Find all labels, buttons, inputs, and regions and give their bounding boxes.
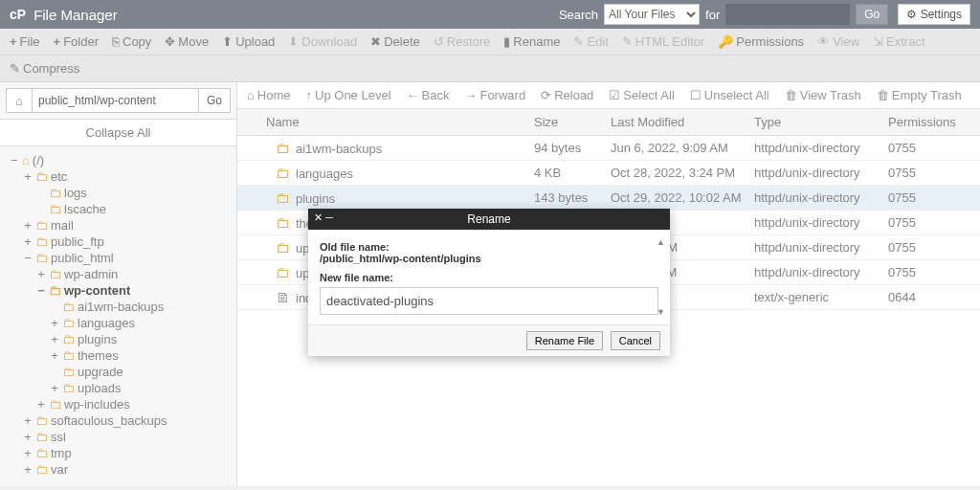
collapse-all-button[interactable]: Collapse All xyxy=(0,120,236,146)
permissions-button[interactable]: 🔑Permissions xyxy=(718,34,804,49)
tree-node[interactable]: +🗀wp-admin xyxy=(4,266,233,282)
home-icon: ⌂ xyxy=(247,88,255,102)
folder-icon: 🗀 xyxy=(62,300,75,314)
rename-file-button[interactable]: Rename File xyxy=(526,331,603,350)
folder-icon: 🗀 xyxy=(49,397,61,412)
home-button[interactable]: ⌂Home xyxy=(247,88,291,102)
folder-icon: 🗀 xyxy=(62,381,75,395)
forward-button[interactable]: →Forward xyxy=(464,88,525,102)
folder-icon: 🗀 xyxy=(276,239,290,256)
table-row[interactable]: 🗀ai1wm-backups94 bytesJun 6, 2022, 9:09 … xyxy=(237,136,980,161)
app-title: File Manager xyxy=(33,7,118,23)
folder-icon: 🗀 xyxy=(49,186,61,200)
download-button[interactable]: ⬇Download xyxy=(288,34,357,49)
view-trash-button[interactable]: 🗑View Trash xyxy=(785,88,861,102)
unselect-all-button[interactable]: ☐Unselect All xyxy=(690,88,769,102)
upload-button[interactable]: ⬆Upload xyxy=(222,34,275,49)
scrollbar[interactable]: ▲▼ xyxy=(657,237,668,317)
tree-node[interactable]: −🗀wp-content xyxy=(4,282,233,299)
reload-button[interactable]: ⟳Reload xyxy=(541,88,593,102)
restore-button[interactable]: ↺Restore xyxy=(434,34,491,49)
folder-icon: 🗀 xyxy=(35,430,48,444)
tree-node[interactable]: +🗀ssl xyxy=(4,429,233,445)
tree-node[interactable]: +🗀languages xyxy=(4,315,233,331)
tree-node[interactable]: +🗀softaculous_backups xyxy=(4,412,233,429)
search-scope-select[interactable]: All Your Files xyxy=(604,4,700,25)
file-button[interactable]: +File xyxy=(10,34,40,49)
search-label: Search xyxy=(559,8,598,22)
edit-button[interactable]: ✎Edit xyxy=(573,34,608,49)
file-type: text/x-generic xyxy=(754,290,888,304)
file-perm: 0755 xyxy=(888,240,965,255)
tree-node[interactable]: +🗀uploads xyxy=(4,380,233,396)
search-go-button[interactable]: Go xyxy=(856,4,888,25)
tree-node[interactable]: 🗀upgrade xyxy=(4,364,233,380)
tree-label: ai1wm-backups xyxy=(78,300,164,314)
move-button[interactable]: ✥Move xyxy=(165,34,209,49)
tree-node[interactable]: +🗀var xyxy=(4,461,233,478)
tree-node[interactable]: +🗀themes xyxy=(4,347,233,364)
tree-node[interactable]: −🗀public_html xyxy=(4,250,233,266)
tree-node[interactable]: −⌂(/) xyxy=(4,152,233,168)
new-name-input[interactable] xyxy=(320,287,658,315)
tree-node[interactable]: +🗀plugins xyxy=(4,331,233,347)
col-type[interactable]: Type xyxy=(754,115,888,129)
folder-icon: 🗀 xyxy=(35,218,48,233)
scroll-up-icon[interactable]: ▲ xyxy=(657,237,668,247)
tree-node[interactable]: 🗀lscache xyxy=(4,201,233,217)
tree-node[interactable]: +🗀mail xyxy=(4,217,233,234)
file-type: httpd/unix-directory xyxy=(754,141,888,155)
modal-title: Rename xyxy=(467,212,510,226)
rename-button[interactable]: ▮Rename xyxy=(503,34,560,49)
col-size[interactable]: Size xyxy=(534,115,611,129)
folder-tree: −⌂(/)+🗀etc 🗀logs 🗀lscache+🗀mail+🗀public_… xyxy=(0,146,236,486)
col-modified[interactable]: Last Modified xyxy=(611,115,754,129)
file-modified: Jun 6, 2022, 9:09 AM xyxy=(611,141,754,155)
file-modified: Oct 29, 2022, 10:02 AM xyxy=(611,190,754,205)
modal-title-bar[interactable]: ✕ ─ Rename xyxy=(308,209,670,230)
table-row[interactable]: 🗀languages4 KBOct 28, 2022, 3:24 PMhttpd… xyxy=(237,161,980,186)
up-one-level-button[interactable]: ↑Up One Level xyxy=(306,88,391,102)
move-icon: ✥ xyxy=(165,34,175,49)
folder-button[interactable]: +Folder xyxy=(54,34,99,49)
rename-modal: ✕ ─ Rename Old file name: /public_html/w… xyxy=(308,209,670,356)
back-button[interactable]: ←Back xyxy=(407,88,450,102)
path-input[interactable] xyxy=(33,88,199,113)
scroll-down-icon[interactable]: ▼ xyxy=(657,307,668,317)
tree-node[interactable]: +🗀public_ftp xyxy=(4,234,233,250)
tree-node[interactable]: +🗀etc xyxy=(4,168,233,185)
cancel-button[interactable]: Cancel xyxy=(611,331,660,350)
folder-icon: 🗀 xyxy=(276,165,290,181)
folder-icon: 🗀 xyxy=(35,413,48,428)
copy-button[interactable]: ⎘Copy xyxy=(112,34,151,49)
folder-icon: 🗀 xyxy=(35,169,48,184)
folder-icon: ⌂ xyxy=(22,153,30,167)
old-name-value: /public_html/wp-content/plugins xyxy=(320,253,658,264)
tree-node[interactable]: +🗀wp-includes xyxy=(4,396,233,412)
upload-icon: ⬆ xyxy=(222,34,233,49)
folder-icon: 🗀 xyxy=(35,446,48,460)
home-icon[interactable]: ⌂ xyxy=(6,88,33,113)
col-perm[interactable]: Permissions xyxy=(888,115,965,129)
folder-icon: 🗀 xyxy=(35,462,48,477)
search-input[interactable] xyxy=(725,4,850,25)
settings-button[interactable]: ⚙ Settings xyxy=(898,4,970,25)
view-button[interactable]: 👁View xyxy=(817,34,859,49)
tree-label: softaculous_backups xyxy=(51,413,167,428)
compress-button[interactable]: ✎Compress xyxy=(10,61,970,76)
tree-node[interactable]: +🗀tmp xyxy=(4,445,233,461)
select-all-button[interactable]: ☑Select All xyxy=(609,88,674,102)
folder-icon: 🗀 xyxy=(49,202,61,216)
html-editor-button[interactable]: ✎HTML Editor xyxy=(622,34,704,49)
tree-node[interactable]: 🗀ai1wm-backups xyxy=(4,299,233,315)
check-icon: ☑ xyxy=(609,88,620,102)
up-icon: ↑ xyxy=(306,88,313,102)
tree-node[interactable]: 🗀logs xyxy=(4,185,233,201)
path-go-button[interactable]: Go xyxy=(199,88,231,113)
close-icon[interactable]: ✕ ─ xyxy=(314,212,333,224)
table-row[interactable]: 🗀plugins143 bytesOct 29, 2022, 10:02 AMh… xyxy=(237,186,980,211)
extract-button[interactable]: ⇲Extract xyxy=(873,34,924,49)
empty-trash-button[interactable]: 🗑Empty Trash xyxy=(877,88,962,102)
delete-button[interactable]: ✖Delete xyxy=(370,34,420,49)
col-name[interactable]: Name xyxy=(237,115,534,129)
